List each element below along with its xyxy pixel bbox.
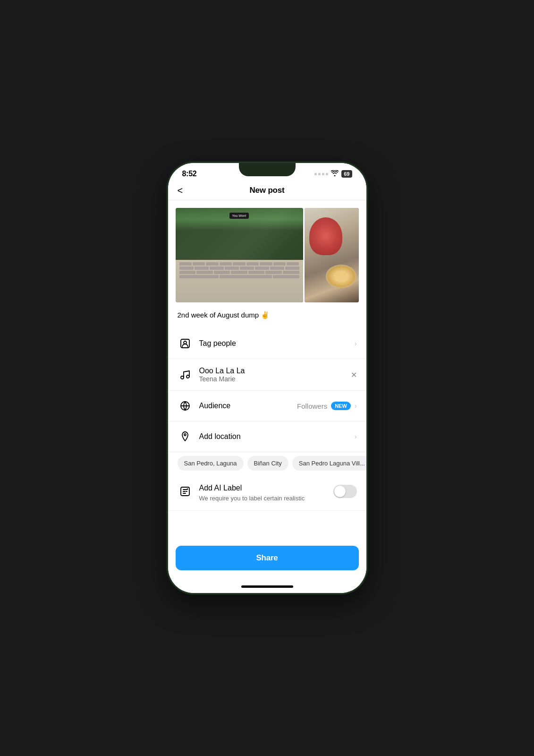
home-bar: [241, 585, 293, 588]
scroll-content[interactable]: You Won!: [168, 200, 366, 540]
win-overlay: You Won!: [229, 213, 249, 219]
ai-label-content: Add AI Label We require you to label cer…: [199, 484, 333, 503]
music-icon: [178, 367, 193, 382]
tag-people-label: Tag people: [199, 339, 355, 348]
menu-section: Tag people ›: [168, 324, 366, 515]
chevron-right-icon: ›: [355, 340, 357, 347]
toggle-knob: [334, 486, 346, 497]
new-badge: NEW: [331, 402, 351, 410]
signal-icon: [314, 173, 328, 175]
chevron-right-icon: ›: [355, 402, 357, 410]
wifi-icon: [331, 170, 339, 178]
audience-right: Followers NEW ›: [297, 402, 357, 410]
ai-label-row[interactable]: Add AI Label We require you to label cer…: [168, 476, 366, 511]
location-suggestions: San Pedro, Laguna Biñan City San Pedro L…: [168, 452, 366, 476]
svg-point-5: [184, 434, 186, 436]
location-icon: [178, 429, 193, 444]
audience-label: Audience: [199, 402, 297, 410]
audience-row[interactable]: Audience Followers NEW ›: [168, 391, 366, 421]
svg-point-7: [186, 489, 188, 490]
person-tag-icon: [178, 336, 193, 351]
audience-icon: [178, 398, 193, 413]
ai-label-description: We require you to label certain realisti…: [199, 494, 313, 503]
location-chip-1[interactable]: Biñan City: [247, 456, 288, 471]
photo-food-drink: [305, 208, 359, 302]
phone-frame: 8:52: [168, 163, 366, 593]
ai-label-icon: [178, 484, 193, 499]
notch: [239, 163, 296, 176]
page-title: New post: [250, 186, 285, 195]
caption-section: 2nd week of August dump ✌️: [168, 302, 366, 324]
remove-music-icon[interactable]: ✕: [351, 370, 357, 379]
battery-icon: 69: [341, 170, 352, 178]
phone-screen: 8:52: [168, 163, 366, 593]
ai-label-title: Add AI Label: [199, 484, 333, 492]
status-icons: 69: [314, 170, 352, 178]
tag-people-row[interactable]: Tag people ›: [168, 328, 366, 359]
status-time: 8:52: [182, 170, 197, 178]
caption-text: 2nd week of August dump ✌️: [178, 310, 357, 320]
add-location-row[interactable]: Add location ›: [168, 421, 366, 452]
svg-point-1: [184, 341, 186, 344]
location-chip-0[interactable]: San Pedro, Laguna: [178, 456, 244, 471]
share-button[interactable]: Share: [176, 546, 359, 570]
photo-chess-laptop: You Won!: [176, 208, 303, 302]
music-right: ✕: [351, 370, 357, 379]
music-info: Ooo La La La Teena Marie: [199, 367, 351, 383]
screen-content: 8:52: [168, 163, 366, 593]
back-button[interactable]: <: [178, 185, 183, 196]
svg-point-3: [186, 375, 189, 378]
chevron-right-icon: ›: [355, 433, 357, 440]
battery-level: 69: [344, 171, 349, 177]
home-indicator: [168, 580, 366, 593]
svg-point-2: [181, 376, 184, 379]
audience-value: Followers: [297, 402, 327, 410]
header: < New post: [168, 181, 366, 200]
photos-section: You Won!: [168, 200, 366, 302]
music-song: Ooo La La La: [199, 367, 351, 375]
music-artist: Teena Marie: [199, 375, 351, 383]
tag-people-right: ›: [355, 340, 357, 347]
ai-label-toggle[interactable]: [333, 485, 357, 498]
share-section: Share: [168, 540, 366, 580]
location-chip-2[interactable]: San Pedro Laguna Vill...: [292, 456, 366, 471]
music-row[interactable]: Ooo La La La Teena Marie ✕: [168, 359, 366, 391]
add-location-label: Add location: [199, 432, 355, 441]
location-right: ›: [355, 433, 357, 440]
